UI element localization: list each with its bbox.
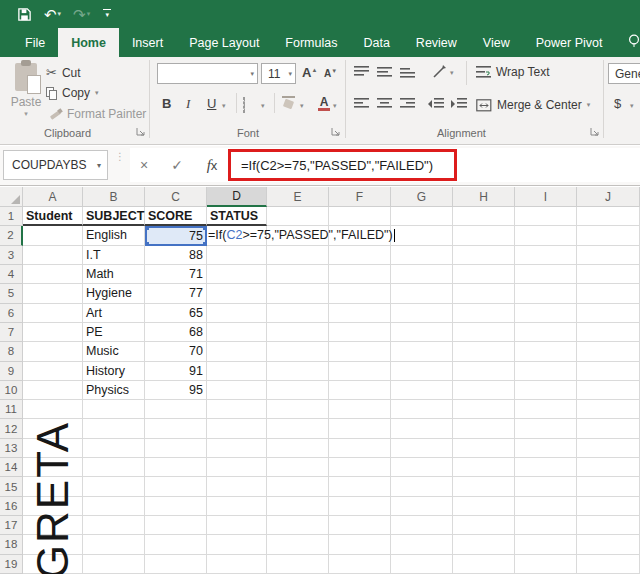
cell-E4[interactable] <box>267 265 329 284</box>
cell-J12[interactable] <box>577 419 640 438</box>
cell-D1[interactable]: STATUS <box>207 207 267 226</box>
row-header-1[interactable]: 1 <box>0 207 23 226</box>
column-header-C[interactable]: C <box>145 187 207 207</box>
cell-A3[interactable] <box>23 246 83 265</box>
undo-icon[interactable]: ↶▾ <box>41 6 64 23</box>
tab-home[interactable]: Home <box>58 28 119 57</box>
cell-I11[interactable] <box>515 400 577 419</box>
cell-J17[interactable] <box>577 516 640 535</box>
column-header-H[interactable]: H <box>453 187 515 207</box>
cell-G8[interactable] <box>391 342 453 361</box>
row-header-18[interactable]: 18 <box>0 535 23 554</box>
cell-I18[interactable] <box>515 535 577 554</box>
cell-G16[interactable] <box>391 497 453 516</box>
cell-B8[interactable]: Music <box>83 342 145 361</box>
cell-A9[interactable] <box>23 362 83 381</box>
cell-I15[interactable] <box>515 477 577 496</box>
cell-D17[interactable] <box>207 516 267 535</box>
cell-F6[interactable] <box>329 304 391 323</box>
row-header-4[interactable]: 4 <box>0 265 23 284</box>
cell-G2[interactable] <box>391 226 453 245</box>
cell-H19[interactable] <box>453 555 515 574</box>
cell-B15[interactable] <box>83 477 145 496</box>
cell-J9[interactable] <box>577 362 640 381</box>
font-color-button[interactable]: A <box>318 97 330 111</box>
cell-E15[interactable] <box>267 477 329 496</box>
row-header-19[interactable]: 19 <box>0 555 23 574</box>
cell-E18[interactable] <box>267 535 329 554</box>
cell-G7[interactable] <box>391 323 453 342</box>
cell-B12[interactable] <box>83 419 145 438</box>
cell-I5[interactable] <box>515 284 577 303</box>
reference-handle[interactable] <box>145 226 149 230</box>
cell-B10[interactable]: Physics <box>83 381 145 400</box>
underline-button[interactable]: U <box>207 96 216 111</box>
tab-formulas[interactable]: Formulas <box>272 28 350 57</box>
cell-I14[interactable] <box>515 458 577 477</box>
cell-E6[interactable] <box>267 304 329 323</box>
tab-file[interactable]: File <box>12 28 58 57</box>
cell-J14[interactable] <box>577 458 640 477</box>
cell-D5[interactable] <box>207 284 267 303</box>
cell-G14[interactable] <box>391 458 453 477</box>
cell-I6[interactable] <box>515 304 577 323</box>
cell-D13[interactable] <box>207 439 267 458</box>
orientation-dropdown-icon[interactable]: ▾ <box>450 69 454 77</box>
cell-C19[interactable] <box>145 555 207 574</box>
column-header-E[interactable]: E <box>267 187 329 207</box>
cell-H12[interactable] <box>453 419 515 438</box>
cell-C11[interactable] <box>145 400 207 419</box>
cell-B11[interactable] <box>83 400 145 419</box>
cell-C6[interactable]: 65 <box>145 304 207 323</box>
accounting-format-button[interactable]: $ <box>614 96 621 111</box>
italic-button[interactable]: I <box>186 96 190 112</box>
cell-E16[interactable] <box>267 497 329 516</box>
cell-I3[interactable] <box>515 246 577 265</box>
orientation-icon[interactable] <box>432 64 447 79</box>
cell-D7[interactable] <box>207 323 267 342</box>
row-header-11[interactable]: 11 <box>0 400 23 419</box>
cell-D14[interactable] <box>207 458 267 477</box>
cell-E11[interactable] <box>267 400 329 419</box>
row-header-8[interactable]: 8 <box>0 342 23 361</box>
cell-F11[interactable] <box>329 400 391 419</box>
save-icon[interactable] <box>14 6 35 23</box>
cell-E19[interactable] <box>267 555 329 574</box>
formula-bar-resize-handle[interactable]: ⋮ <box>115 154 119 176</box>
cell-J18[interactable] <box>577 535 640 554</box>
borders-dropdown-icon[interactable]: ▾ <box>261 102 265 110</box>
cell-B14[interactable] <box>83 458 145 477</box>
cell-C1[interactable]: SCORE <box>145 207 207 226</box>
cell-G6[interactable] <box>391 304 453 323</box>
cell-A5[interactable] <box>23 284 83 303</box>
underline-dropdown-icon[interactable]: ▾ <box>222 102 226 110</box>
cell-G12[interactable] <box>391 419 453 438</box>
cell-G1[interactable] <box>391 207 453 226</box>
cell-H5[interactable] <box>453 284 515 303</box>
row-header-14[interactable]: 14 <box>0 458 23 477</box>
row-header-15[interactable]: 15 <box>0 477 23 496</box>
cell-G3[interactable] <box>391 246 453 265</box>
decrease-indent-icon[interactable] <box>428 98 444 110</box>
font-size-combo[interactable]: 11▾ <box>261 63 296 84</box>
alignment-dialog-launcher-icon[interactable] <box>590 127 600 137</box>
cell-D9[interactable] <box>207 362 267 381</box>
cell-J4[interactable] <box>577 265 640 284</box>
cell-E9[interactable] <box>267 362 329 381</box>
middle-align-icon[interactable] <box>377 66 392 78</box>
cell-E17[interactable] <box>267 516 329 535</box>
cell-A6[interactable] <box>23 304 83 323</box>
cell-I9[interactable] <box>515 362 577 381</box>
cell-A8[interactable] <box>23 342 83 361</box>
cell-C17[interactable] <box>145 516 207 535</box>
cell-A4[interactable] <box>23 265 83 284</box>
cell-J13[interactable] <box>577 439 640 458</box>
cell-F7[interactable] <box>329 323 391 342</box>
cell-C8[interactable]: 70 <box>145 342 207 361</box>
cell-B16[interactable] <box>83 497 145 516</box>
cell-C7[interactable]: 68 <box>145 323 207 342</box>
cell-G10[interactable] <box>391 381 453 400</box>
accounting-dropdown-icon[interactable]: ▾ <box>630 102 634 110</box>
cell-E1[interactable] <box>267 207 329 226</box>
cell-C12[interactable] <box>145 419 207 438</box>
